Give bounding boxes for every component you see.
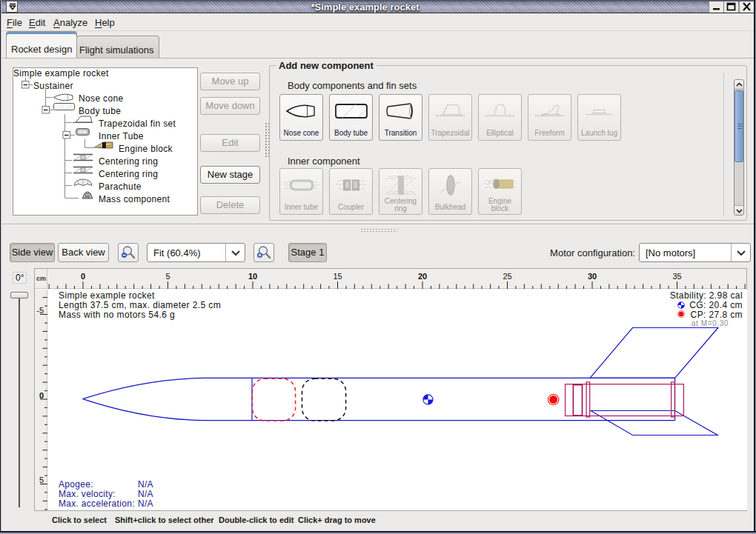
svg-text:10: 10 <box>248 272 257 281</box>
svg-text:0: 0 <box>39 391 44 400</box>
svg-text:0: 0 <box>81 272 85 281</box>
svg-text:5: 5 <box>39 475 44 484</box>
svg-text:30: 30 <box>588 272 597 281</box>
svg-text:25: 25 <box>503 272 511 281</box>
svg-text:kg: kg <box>85 194 90 198</box>
svg-text:20: 20 <box>418 272 427 281</box>
svg-text:35: 35 <box>672 272 681 281</box>
svg-text:5: 5 <box>165 272 170 281</box>
svg-text:-5: -5 <box>36 306 44 315</box>
svg-text:15: 15 <box>333 272 342 281</box>
